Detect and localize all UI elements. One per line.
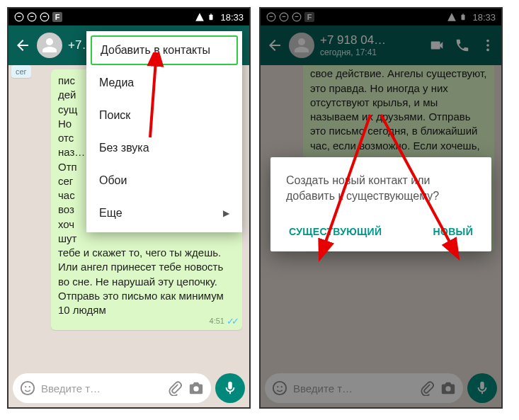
- input-row: Введите т…: [8, 369, 249, 407]
- swipe-icon: [40, 12, 50, 22]
- message-input[interactable]: Введите т…: [13, 373, 211, 403]
- svg-rect-5: [43, 16, 47, 17]
- phone-left: F 18:33 +7… сег пис дей сущ Но отс наз… …: [7, 7, 251, 409]
- status-time: 18:33: [220, 12, 244, 23]
- mic-button[interactable]: [215, 373, 245, 403]
- svg-rect-1: [18, 16, 21, 17]
- day-label: сег: [11, 65, 31, 78]
- svg-point-10: [29, 386, 30, 387]
- avatar[interactable]: [37, 33, 62, 58]
- message-time: 4:51: [210, 316, 224, 327]
- menu-item-more[interactable]: Еще ▶: [86, 197, 242, 229]
- dialog-existing-button[interactable]: СУЩЕСТВУЮЩИЙ: [286, 220, 384, 243]
- status-bar: F 18:33: [8, 8, 249, 25]
- dialog-new-button[interactable]: НОВЫЙ: [430, 220, 476, 243]
- overflow-menu: Добавить в контакты Медиа Поиск Без звук…: [86, 31, 242, 232]
- menu-item-media[interactable]: Медиа: [86, 67, 242, 99]
- svg-point-8: [21, 382, 34, 395]
- back-button[interactable]: [14, 37, 31, 54]
- swipe-icon: [14, 12, 24, 22]
- menu-item-wallpaper[interactable]: Обои: [86, 164, 242, 197]
- notification-icon: F: [52, 12, 62, 22]
- battery-icon: [206, 12, 216, 22]
- menu-item-mute[interactable]: Без звука: [86, 132, 242, 164]
- attach-icon[interactable]: [167, 380, 183, 396]
- input-placeholder: Введите т…: [41, 382, 161, 395]
- svg-rect-6: [210, 15, 213, 21]
- read-ticks-icon: ✓✓: [227, 315, 236, 328]
- swipe-icon: [27, 12, 37, 22]
- svg-rect-7: [211, 13, 212, 14]
- dialog-message: Создать новый контакт или добавить к сущ…: [286, 173, 476, 205]
- emoji-icon[interactable]: [20, 380, 35, 396]
- svg-rect-3: [30, 16, 34, 17]
- chevron-right-icon: ▶: [223, 208, 229, 218]
- signal-icon: [195, 12, 205, 22]
- menu-item-add-to-contacts[interactable]: Добавить в контакты: [91, 35, 238, 65]
- phone-right: F 18:33 +7 918 04… сегодня, 17:41 никогд…: [259, 7, 503, 409]
- contact-dialog: Создать новый контакт или добавить к сущ…: [270, 157, 491, 251]
- menu-item-search[interactable]: Поиск: [86, 99, 242, 132]
- camera-icon[interactable]: [188, 380, 204, 396]
- svg-point-9: [25, 386, 26, 387]
